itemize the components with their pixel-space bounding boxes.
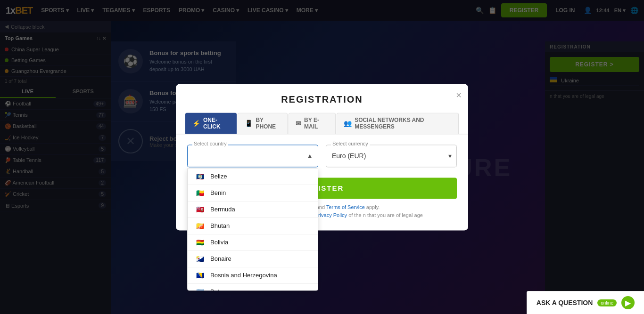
tab-one-click[interactable]: ⚡ ONE-CLICK — [185, 113, 237, 134]
bosnia-label: Bosnia and Herzegovina — [210, 272, 277, 279]
bolivia-label: Bolivia — [210, 239, 228, 246]
ask-question-widget[interactable]: ASK A QUESTION online ▶ — [527, 291, 644, 314]
country-input[interactable] — [188, 145, 318, 167]
bhutan-label: Bhutan — [210, 222, 230, 229]
bermuda-flag: 🇧🇲 — [194, 205, 206, 214]
country-bhutan[interactable]: 🇧🇹 Bhutan — [188, 218, 318, 234]
country-label: Select country — [192, 141, 228, 146]
country-bosnia[interactable]: 🇧🇦 Bosnia and Herzegovina — [188, 267, 318, 284]
tab-social-networks[interactable]: 👥 SOCIAL NETWORKS AND MESSENGERS — [337, 113, 459, 134]
phone-icon: 📱 — [245, 120, 253, 127]
country-bermuda[interactable]: 🇧🇲 Bermuda — [188, 201, 318, 218]
currency-select-wrapper: Select currency Euro (EUR) ▾ — [326, 145, 457, 167]
botswana-label: Botswana — [210, 288, 237, 290]
privacy-policy2-link[interactable]: Privacy Policy — [315, 213, 347, 218]
benin-label: Benin — [210, 189, 226, 196]
tab-by-phone[interactable]: 📱 BY PHONE — [238, 113, 288, 134]
currency-form-group: Select currency Euro (EUR) ▾ — [326, 145, 457, 167]
bosnia-flag: 🇧🇦 — [194, 271, 206, 280]
belize-flag: 🇧🇿 — [194, 172, 206, 181]
modal-tabs: ⚡ ONE-CLICK 📱 BY PHONE ✉ BY E-MAIL 👥 SOC… — [176, 105, 468, 134]
online-status-badge: online — [597, 299, 617, 306]
benin-flag: 🇧🇯 — [194, 189, 206, 197]
bonaire-label: Bonaire — [210, 255, 231, 262]
bhutan-flag: 🇧🇹 — [194, 222, 206, 230]
country-benin[interactable]: 🇧🇯 Benin — [188, 185, 318, 201]
email-icon: ✉ — [296, 120, 301, 127]
form-row-country-currency: Select country ▲ 🇧🇿 Belize 🇧🇯 Benin — [187, 145, 457, 167]
bonaire-flag: 🇧🇶 — [194, 255, 206, 263]
currency-select[interactable]: Euro (EUR) — [326, 145, 456, 167]
country-form-group: Select country ▲ 🇧🇿 Belize 🇧🇯 Benin — [187, 145, 318, 167]
modal-title: REGISTRATION — [185, 94, 459, 105]
lightning-icon: ⚡ — [192, 120, 200, 127]
registration-modal: REGISTRATION × ⚡ ONE-CLICK 📱 BY PHONE ✉ … — [176, 84, 468, 230]
modal-close-button[interactable]: × — [456, 90, 462, 100]
chat-arrow-icon: ▶ — [621, 296, 635, 309]
belize-label: Belize — [210, 173, 227, 180]
country-belize[interactable]: 🇧🇿 Belize — [188, 169, 318, 185]
modal-header: REGISTRATION × — [176, 84, 468, 105]
bermuda-label: Bermuda — [210, 206, 235, 213]
country-select-wrapper: Select country ▲ — [187, 145, 318, 167]
country-botswana[interactable]: 🇧🇼 Botswana — [188, 284, 318, 290]
country-dropdown: 🇧🇿 Belize 🇧🇯 Benin 🇧🇲 Bermuda 🇧🇹 Bhutan — [187, 168, 318, 290]
terms-of-service-link[interactable]: Terms of Service — [326, 204, 365, 210]
country-bolivia[interactable]: 🇧🇴 Bolivia — [188, 234, 318, 251]
tab-by-email[interactable]: ✉ BY E-MAIL — [289, 113, 336, 134]
country-bonaire[interactable]: 🇧🇶 Bonaire — [188, 251, 318, 267]
social-icon: 👥 — [344, 120, 352, 127]
modal-body: Select country ▲ 🇧🇿 Belize 🇧🇯 Benin — [176, 134, 468, 230]
botswana-flag: 🇧🇼 — [194, 288, 206, 290]
currency-label: Select currency — [331, 141, 370, 146]
ask-question-label: ASK A QUESTION — [537, 299, 593, 306]
bolivia-flag: 🇧🇴 — [194, 238, 206, 247]
